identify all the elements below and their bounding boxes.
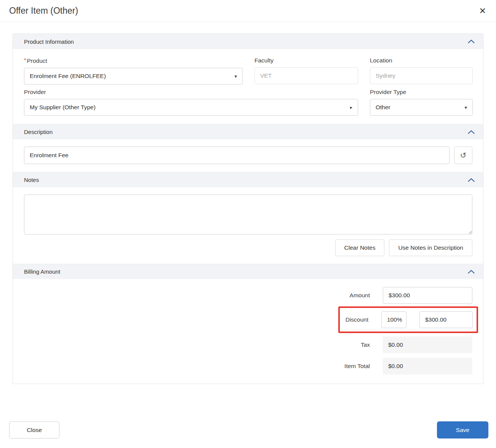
chevron-up-icon[interactable] [468, 270, 475, 274]
item-total-row: Item Total $0.00 [344, 358, 472, 375]
description-input[interactable]: Enrolment Fee [24, 147, 450, 164]
provider-type-select[interactable]: Other ▾ [370, 99, 473, 116]
restore-description-button[interactable]: ↺ [454, 147, 472, 164]
chevron-up-icon[interactable] [468, 40, 475, 43]
section-header-description[interactable]: Description [13, 124, 483, 139]
notes-buttons: Clear Notes Use Notes in Description [24, 239, 472, 256]
required-asterisk: * [24, 57, 26, 63]
product-information-body: *Product Enrolment Fee (ENROLFEE) ▾ Facu… [13, 49, 483, 124]
description-body: Enrolment Fee ↺ [13, 139, 483, 172]
tax-label: Tax [361, 341, 370, 348]
location-label: Location [370, 57, 473, 64]
description-value: Enrolment Fee [30, 152, 69, 159]
section-header-notes[interactable]: Notes [13, 172, 483, 187]
chevron-down-icon: ▾ [464, 105, 467, 110]
section-billing-amount: Billing Amount Amount $300.00 Discount 1… [13, 264, 483, 384]
notes-textarea[interactable] [24, 195, 472, 234]
section-header-billing-amount[interactable]: Billing Amount [13, 264, 483, 279]
section-title: Product Information [24, 38, 74, 45]
provider-lookup[interactable]: My Supplier (Other Type) ▸ [24, 99, 358, 116]
chevron-up-icon[interactable] [468, 178, 475, 182]
provider-type-label: Provider Type [370, 89, 473, 96]
chevron-right-icon: ▸ [350, 105, 352, 110]
section-title: Billing Amount [24, 268, 60, 275]
offer-item-panel: Product Information *Product Enrolment F… [13, 33, 483, 384]
discount-highlight-box: Discount 100% $300.00 [338, 306, 478, 333]
product-select[interactable]: Enrolment Fee (ENROLFEE) ▾ [24, 68, 243, 84]
provider-label: Provider [24, 89, 358, 96]
use-notes-in-description-button[interactable]: Use Notes in Description [389, 239, 472, 256]
amount-value: $300.00 [389, 292, 410, 299]
modal-header: Offer Item (Other) ✕ [0, 0, 496, 22]
save-button[interactable]: Save [437, 421, 488, 438]
provider-field-group: Provider My Supplier (Other Type) ▸ [24, 84, 358, 116]
section-header-product-information[interactable]: Product Information [13, 34, 483, 49]
discount-amount-input[interactable]: $300.00 [419, 311, 473, 328]
faculty-label: Faculty [254, 57, 358, 64]
close-button[interactable]: Close [9, 421, 59, 438]
tax-value: $0.00 [388, 341, 403, 348]
discount-percent-input[interactable]: 100% [381, 311, 406, 328]
modal-footer: Close Save [0, 421, 496, 438]
provider-type-field-group: Provider Type Other ▾ [370, 84, 473, 116]
notes-body: Clear Notes Use Notes in Description [13, 187, 483, 264]
location-field: Sydney [370, 67, 473, 84]
restore-icon: ↺ [460, 151, 467, 160]
provider-type-value: Other [376, 104, 390, 111]
faculty-field: VET [254, 67, 358, 84]
section-title: Notes [24, 177, 39, 183]
chevron-up-icon[interactable] [468, 130, 475, 134]
close-icon[interactable]: ✕ [479, 7, 486, 15]
section-title: Description [24, 129, 53, 135]
product-field-group: *Product Enrolment Fee (ENROLFEE) ▾ [24, 53, 243, 84]
product-label: *Product [24, 57, 243, 64]
discount-row: Discount 100% $300.00 [346, 311, 473, 328]
amount-label: Amount [350, 292, 370, 299]
product-select-value: Enrolment Fee (ENROLFEE) [30, 73, 106, 80]
page-title: Offer Item (Other) [9, 6, 78, 16]
discount-amount-value: $300.00 [425, 316, 446, 323]
billing-body: Amount $300.00 Discount 100% $300.00 Tax [13, 279, 483, 384]
item-total-field: $0.00 [383, 358, 472, 375]
faculty-value: VET [260, 72, 272, 79]
item-total-value: $0.00 [388, 363, 403, 370]
section-product-information: Product Information *Product Enrolment F… [13, 34, 483, 124]
item-total-label: Item Total [344, 363, 370, 370]
clear-notes-button[interactable]: Clear Notes [335, 239, 385, 256]
faculty-field-group: Faculty VET [254, 53, 358, 84]
discount-percent-value: 100% [387, 316, 402, 323]
location-field-group: Location Sydney [370, 53, 473, 84]
tax-row: Tax $0.00 [361, 336, 472, 353]
amount-row: Amount $300.00 [350, 287, 472, 304]
section-description: Description Enrolment Fee ↺ [13, 124, 483, 172]
tax-field: $0.00 [383, 336, 472, 353]
section-notes: Notes Clear Notes Use Notes in Descripti… [13, 172, 483, 264]
chevron-down-icon: ▾ [234, 73, 237, 79]
amount-input[interactable]: $300.00 [383, 287, 472, 304]
discount-label: Discount [346, 316, 368, 323]
provider-value: My Supplier (Other Type) [30, 104, 96, 111]
location-value: Sydney [376, 72, 395, 79]
